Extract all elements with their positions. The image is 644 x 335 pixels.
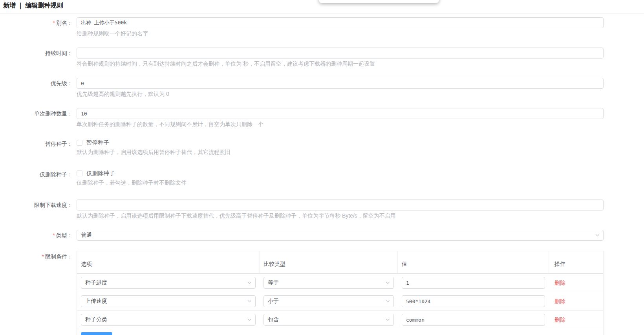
condition-delete-link[interactable]: 删除 [554, 298, 565, 304]
column-header-compare-type: 比较类型 [260, 251, 398, 274]
condition-value-input[interactable] [402, 277, 545, 289]
condition-compare-value: 包含 [268, 316, 279, 323]
condition-row: 种子分类 包含 [77, 311, 603, 329]
limit-download-speed-help: 默认为删除种子，启用该选项后用限制种子下载速度替代，优先级高于暂停种子及删除种子… [77, 212, 604, 219]
chevron-down-icon [595, 233, 600, 238]
limit-download-speed-label-text: 限制下载速度： [34, 202, 73, 208]
type-select-value: 普通 [81, 232, 92, 239]
duration-label-text: 持续时间： [45, 50, 73, 56]
delete-count-label-text: 单次删种数量： [34, 110, 73, 117]
column-header-action: 操作 [549, 251, 603, 274]
conditions-table-header: 选项 比较类型 值 操作 [77, 251, 603, 274]
priority-help: 优先级越高的规则越先执行，默认为 0 [77, 91, 604, 97]
pause-torrent-checkbox-label: 暂停种子 [86, 139, 109, 146]
required-mark: * [53, 232, 55, 238]
popover-remnant [319, 0, 439, 3]
chevron-down-icon [247, 299, 252, 304]
pause-torrent-help: 默认为删除种子，启用该选项后用暂停种子替代，其它流程照旧 [77, 149, 604, 155]
pause-torrent-field: 暂停种子： 暂停种子 默认为删除种子，启用该选项后用暂停种子替代，其它流程照旧 [0, 138, 644, 155]
priority-field: 优先级： 优先级越高的规则越先执行，默认为 0 [0, 78, 644, 97]
chevron-down-icon [385, 299, 390, 304]
condition-compare-select[interactable]: 小于 [263, 295, 394, 307]
type-select[interactable]: 普通 [77, 230, 604, 241]
edit-delete-rule-page: 新增 ｜ 编辑删种规则 *别名： 给删种规则取一个好记的名字 持续时间： 符合删… [0, 0, 644, 335]
delete-torrent-only-field: 仅删除种子： 仅删除种子 仅删除种子，若勾选，删除种子时不删除文件 [0, 169, 644, 186]
duration-field: 持续时间： 符合删种规则的持续时间，只有到达持续时间之后才会删种，单位为 秒，不… [0, 48, 644, 67]
duration-help: 符合删种规则的持续时间，只有到达持续时间之后才会删种，单位为 秒，不启用留空，建… [77, 60, 604, 67]
duration-label: 持续时间： [0, 48, 77, 59]
condition-option-value: 种子进度 [85, 279, 107, 286]
priority-label-text: 优先级： [51, 80, 73, 86]
chevron-down-icon [385, 317, 390, 322]
required-mark: * [42, 253, 44, 260]
limit-download-speed-label: 限制下载速度： [0, 200, 77, 211]
conditions-label-text: 限制条件： [45, 253, 73, 260]
delete-count-help: 单次删种任务的删除种子的数量，不同规则间不累计，留空为单次只删除一个 [77, 121, 604, 127]
limit-download-speed-input[interactable] [77, 200, 604, 211]
delete-torrent-only-help: 仅删除种子，若勾选，删除种子时不删除文件 [77, 179, 604, 186]
condition-compare-value: 等于 [268, 279, 279, 286]
type-field: *类型： 普通 [0, 230, 644, 241]
priority-label: 优先级： [0, 78, 77, 89]
column-header-option: 选项 [77, 251, 260, 274]
column-header-value: 值 [398, 251, 549, 274]
condition-delete-link[interactable]: 删除 [554, 317, 565, 323]
pause-torrent-label: 暂停种子： [0, 138, 77, 149]
pause-torrent-label-text: 暂停种子： [45, 141, 73, 147]
condition-compare-value: 小于 [268, 298, 279, 305]
alias-field: *别名： 给删种规则取一个好记的名字 [0, 17, 644, 37]
chevron-down-icon [247, 317, 252, 322]
delete-torrent-only-label-text: 仅删除种子： [40, 171, 73, 178]
alias-label: *别名： [0, 17, 77, 28]
type-label: *类型： [0, 230, 77, 241]
alias-label-text: 别名： [56, 20, 73, 26]
delete-count-field: 单次删种数量： 单次删种任务的删除种子的数量，不同规则间不累计，留空为单次只删除… [0, 108, 644, 127]
delete-rule-form: *别名： 给删种规则取一个好记的名字 持续时间： 符合删种规则的持续时间，只有到… [0, 14, 644, 335]
condition-option-select[interactable]: 种子分类 [81, 314, 256, 326]
conditions-label: *限制条件： [0, 251, 77, 262]
pause-torrent-checkbox[interactable] [77, 140, 82, 146]
priority-input[interactable] [77, 78, 604, 89]
required-mark: * [53, 20, 55, 26]
condition-option-select[interactable]: 种子进度 [81, 277, 256, 289]
condition-option-value: 上传速度 [85, 298, 107, 305]
chevron-down-icon [385, 280, 390, 286]
duration-input[interactable] [77, 48, 604, 59]
condition-option-value: 种子分类 [85, 316, 107, 323]
delete-torrent-only-checkbox[interactable] [77, 170, 82, 176]
condition-value-input[interactable] [402, 295, 545, 307]
alias-input[interactable] [77, 17, 604, 28]
condition-delete-link[interactable]: 删除 [554, 280, 565, 286]
delete-torrent-only-label: 仅删除种子： [0, 169, 77, 180]
condition-row: 种子进度 等于 [77, 274, 603, 292]
delete-torrent-only-checkbox-label: 仅删除种子 [86, 170, 115, 177]
delete-count-input[interactable] [77, 108, 604, 119]
delete-count-label: 单次删种数量： [0, 108, 77, 119]
condition-row: 上传速度 小于 [77, 292, 603, 311]
chevron-down-icon [247, 280, 252, 286]
type-label-text: 类型： [56, 232, 73, 238]
add-condition-button[interactable]: 新增条件 [81, 332, 112, 335]
condition-value-input[interactable] [402, 314, 545, 326]
alias-help: 给删种规则取一个好记的名字 [77, 30, 604, 37]
condition-compare-select[interactable]: 包含 [263, 314, 394, 326]
limit-download-speed-field: 限制下载速度： 默认为删除种子，启用该选项后用限制种子下载速度替代，优先级高于暂… [0, 200, 644, 219]
conditions-field: *限制条件： 选项 比较类型 值 操作 种子进度 [0, 251, 644, 335]
condition-compare-select[interactable]: 等于 [263, 277, 394, 289]
condition-option-select[interactable]: 上传速度 [81, 295, 256, 307]
conditions-table: 选项 比较类型 值 操作 种子进度 [77, 251, 604, 335]
